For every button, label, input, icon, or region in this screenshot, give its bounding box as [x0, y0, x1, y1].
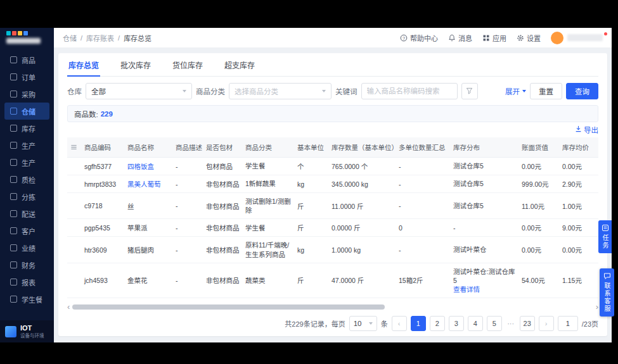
- cell-avg: 1.15元: [559, 263, 598, 298]
- sidebar-item-5[interactable]: 库存: [4, 120, 49, 137]
- table-row[interactable]: hdj0156黄灯笼椒-非包材商品蔬菜类斤1.0000 斤-测试仓库50.00元…: [67, 298, 598, 300]
- sidebar-item-3[interactable]: 采购: [4, 85, 49, 103]
- page-button-1[interactable]: 1: [411, 316, 426, 331]
- page-jump-input[interactable]: [558, 316, 578, 331]
- question-circle-icon: ?: [400, 34, 408, 42]
- cell-text: 47.0000 斤: [332, 277, 364, 284]
- cell-text: 斤: [297, 277, 304, 284]
- module-icon: [10, 296, 17, 303]
- sidebar-item-13[interactable]: 财务: [4, 256, 49, 273]
- iot-title: IOT: [20, 324, 44, 332]
- topbar-action-messages[interactable]: 消息: [448, 33, 472, 43]
- app-logo: [0, 28, 54, 44]
- column-header: 商品编码: [81, 137, 124, 158]
- cell-name: 金菜花: [124, 263, 172, 298]
- breadcrumb-item[interactable]: 仓储: [63, 33, 77, 43]
- grid-icon: [482, 34, 490, 42]
- page-button-23[interactable]: 23: [520, 316, 535, 331]
- pagination-total-text: 共229条记录，每页: [285, 318, 345, 329]
- iot-subtitle: 设备与环境: [20, 332, 44, 339]
- tab-2[interactable]: 批次库存: [119, 53, 152, 76]
- table-row[interactable]: sgfh5377四格饭盒-包材商品学生餐个765.0000 个-测试仓库50.0…: [67, 158, 598, 175]
- cell-material: 非包材商品: [203, 193, 242, 219]
- sidebar-item-14[interactable]: 报表: [4, 273, 49, 291]
- chevron-down-icon: [183, 90, 186, 92]
- tab-4[interactable]: 超支库存: [223, 53, 256, 76]
- sidebar-item-1[interactable]: 商品: [4, 51, 49, 68]
- page-button-4[interactable]: 4: [468, 316, 483, 331]
- sidebar-item-15[interactable]: 学生餐: [4, 291, 49, 308]
- cell-text: 0.00元: [522, 163, 541, 170]
- page-button-3[interactable]: 3: [449, 316, 464, 331]
- topbar-action-help[interactable]: ?帮助中心: [400, 33, 438, 43]
- cell-category: 测试删除1/测删除: [242, 193, 294, 219]
- gear-icon: [517, 34, 524, 42]
- sidebar-item-9[interactable]: 分拣: [4, 188, 49, 205]
- keyword-input[interactable]: [361, 83, 458, 99]
- module-icon: [10, 261, 17, 268]
- sidebar-item-12[interactable]: 业绩: [4, 239, 49, 256]
- sidebar-item-8[interactable]: 质检: [4, 171, 49, 188]
- table-row[interactable]: hmrpt3833黑美人葡萄-非包材商品1新鲜蔬果kg345.0000 kg-测…: [67, 175, 598, 193]
- cell-text: sgfh5377: [84, 163, 112, 170]
- sidebar-item-label: 生产: [22, 141, 35, 151]
- topbar-action-settings[interactable]: 设置: [517, 33, 541, 43]
- page-button-2[interactable]: 2: [430, 316, 445, 331]
- table-row[interactable]: c9718丝-非包材商品测试删除1/测删除斤11.0000 斤-测试仓库511.…: [67, 193, 598, 219]
- sidebar-item-11[interactable]: 客户: [4, 222, 49, 239]
- scroll-left-icon[interactable]: ‹: [67, 303, 70, 311]
- cell-avg: 0.00元: [559, 158, 598, 175]
- table-row[interactable]: pgp5435苹果派-非包材商品学生餐斤0.0000 斤0-0.00元9.00元: [67, 219, 598, 237]
- next-page-button[interactable]: ›: [539, 316, 554, 331]
- filter-funnel-button[interactable]: [461, 83, 478, 99]
- category-select-placeholder: 选择商品分类: [235, 86, 278, 96]
- horizontal-scrollbar-thumb[interactable]: [72, 304, 385, 310]
- topbar-action-apps[interactable]: 应用: [482, 33, 506, 43]
- export-button[interactable]: 导出: [575, 125, 598, 135]
- expand-toggle[interactable]: 展开: [505, 86, 526, 96]
- customer-service-floating-button[interactable]: 联系客服: [600, 268, 614, 317]
- cell-text: 学生餐: [245, 224, 266, 232]
- sidebar-item-7[interactable]: 生产: [4, 154, 49, 171]
- sidebar-item-label: 学生餐: [22, 294, 42, 304]
- page-size-select[interactable]: 10: [349, 316, 377, 331]
- breadcrumb-item: 库存总览: [124, 33, 151, 43]
- cell-text: hmrpt3833: [84, 180, 116, 188]
- cell-text: -: [399, 163, 401, 170]
- cell-text: 非包材商品: [206, 224, 240, 232]
- category-select[interactable]: 选择商品分类: [229, 83, 332, 99]
- logo-blurred: [6, 38, 41, 44]
- breadcrumb-item[interactable]: 库存账表: [86, 33, 114, 43]
- product-name-link[interactable]: 四格饭盒: [127, 163, 154, 170]
- scroll-right-icon[interactable]: ›: [596, 303, 598, 311]
- view-detail-link[interactable]: 查看详情: [453, 285, 515, 294]
- cell-unit: 斤: [294, 298, 328, 300]
- cell-text: -: [176, 224, 178, 232]
- tab-3[interactable]: 货位库存: [171, 53, 204, 76]
- warehouse-select[interactable]: 全部: [86, 83, 192, 99]
- cell-text: 11.00元: [522, 203, 544, 210]
- horizontal-scrollbar[interactable]: [72, 304, 593, 310]
- product-name-link[interactable]: 黑美人葡萄: [127, 180, 161, 188]
- cell-text: 包材商品: [206, 163, 233, 170]
- page-button-5[interactable]: 5: [487, 316, 502, 331]
- search-button[interactable]: 查询: [566, 83, 598, 99]
- table-header-row: 商品编码商品名称商品描述是否包材商品分类基本单位库存数量（基本单位）多单位数量汇…: [67, 137, 598, 158]
- reset-button[interactable]: 重置: [530, 83, 562, 99]
- table-row[interactable]: htr3609猪后腿肉-非包材商品原料11/千端晚/生生系列商品kg1.0000…: [67, 237, 598, 263]
- sidebar-item-10[interactable]: 配送: [4, 205, 49, 222]
- user-menu[interactable]: [551, 32, 603, 44]
- sidebar: 商品订单采购仓储库存生产生产质检分拣配送客户业绩财务报表学生餐 IOT 设备与环…: [0, 28, 54, 342]
- sidebar-item-4[interactable]: 仓储: [4, 103, 49, 120]
- prev-page-button[interactable]: ‹: [392, 316, 407, 331]
- iot-widget[interactable]: IOT 设备与环境: [0, 320, 54, 342]
- sidebar-item-2[interactable]: 订单: [4, 68, 49, 85]
- table-row[interactable]: jch4593金菜花-非包材商品蔬菜类斤47.0000 斤15箱2斤测试叶菜仓:…: [67, 263, 598, 298]
- cell-text: htr3609: [84, 246, 107, 254]
- cell-material: 非包材商品: [203, 237, 242, 263]
- tab-1[interactable]: 库存总览: [67, 53, 100, 76]
- task-floating-button[interactable]: 任务: [598, 220, 612, 253]
- sidebar-item-6[interactable]: 生产: [4, 137, 49, 154]
- column-settings-icon[interactable]: [67, 137, 81, 158]
- chat-bubble-icon: [603, 272, 611, 280]
